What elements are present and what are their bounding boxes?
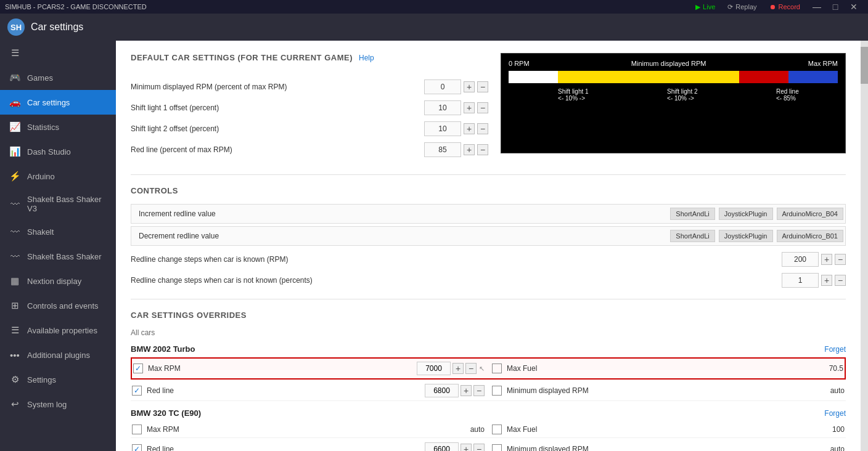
sidebar-label-statistics: Statistics <box>27 123 59 132</box>
bmw320-redline-increment[interactable]: + <box>461 444 472 451</box>
min-rpm-input[interactable]: 0 <box>424 79 461 94</box>
sidebar-item-car-settings[interactable]: 🚗 Car settings <box>0 90 116 115</box>
redline-input[interactable]: 85 <box>424 142 461 157</box>
forget-bmw320[interactable]: Forget <box>824 409 846 418</box>
bmw2002-maxrpm-increment[interactable]: + <box>452 363 464 374</box>
sidebar-item-system-log[interactable]: ↩ System log <box>0 392 116 416</box>
steps-unknown-decrement[interactable]: − <box>835 275 846 286</box>
field-steps-known-label: Redline change steps when car is known (… <box>131 255 782 264</box>
rpm-label-0: 0 RPM <box>509 60 530 67</box>
shift1-decrement[interactable]: − <box>477 102 488 113</box>
steps-unknown-input[interactable]: 1 <box>782 273 819 288</box>
field-steps-unknown: Redline change steps when car is not kno… <box>131 273 846 288</box>
scrollbar[interactable] <box>861 41 868 451</box>
num-bmw2002-maxrpm[interactable]: 7000 <box>417 362 451 375</box>
value-bmw2002-maxrpm: 7000 + − <box>417 362 477 375</box>
help-link[interactable]: Help <box>359 54 374 62</box>
value-bmw2002-redline: 6800 + − <box>425 384 485 397</box>
bmw2002-redline-decrement[interactable]: − <box>473 385 485 396</box>
sidebar-label-shakelt-bass-v3: Shakelt Bass Shaker V3 <box>27 195 107 213</box>
live-button[interactable]: ▶ Live <box>690 2 720 12</box>
steps-known-decrement[interactable]: − <box>835 254 846 265</box>
available-props-icon: ☰ <box>9 324 21 336</box>
maximize-button[interactable]: □ <box>826 0 845 14</box>
shakelt-icon: 〰 <box>9 226 21 238</box>
field-steps-unknown-control: 1 + − <box>782 273 846 288</box>
sidebar-item-settings[interactable]: ⚙ Settings <box>0 367 116 392</box>
field-shift1-label: Shift light 1 offset (percent) <box>131 104 424 112</box>
checkbox-bmw320-maxfuel[interactable] <box>492 425 502 434</box>
sidebar-item-nextion[interactable]: ▦ Nextion display <box>0 269 116 293</box>
forget-bmw2002[interactable]: Forget <box>824 345 846 354</box>
shift2-increment[interactable]: + <box>464 123 475 134</box>
field-steps-known: Redline change steps when car is known (… <box>131 252 846 267</box>
steps-known-increment[interactable]: + <box>821 254 832 265</box>
scrollbar-thumb[interactable] <box>861 47 868 84</box>
checkbox-bmw2002-maxrpm[interactable] <box>133 364 143 373</box>
checkbox-bmw320-redline[interactable] <box>132 444 142 451</box>
override-row-bmw320-maxrpm: Max RPM auto Max Fuel 100 <box>131 421 846 438</box>
override-row-bmw320-redline: Red line 6600 + − Minimum displayed RPM … <box>131 439 846 451</box>
sidebar-item-additional-plugins[interactable]: ••• Additional plugins <box>0 343 116 367</box>
sidebar-item-hamburger[interactable]: ☰ <box>0 41 116 65</box>
redline-decrement[interactable]: − <box>477 144 488 155</box>
control-label-increment: Increment redline value <box>131 205 668 223</box>
sidebar-item-arduino[interactable]: ⚡ Arduino <box>0 164 116 189</box>
minimize-button[interactable]: — <box>808 0 826 14</box>
sidebar-item-statistics[interactable]: 📈 Statistics <box>0 115 116 139</box>
checkbox-bmw2002-minrpm[interactable] <box>492 386 502 396</box>
rpm-bar-yellow <box>558 71 739 83</box>
bmw2002-maxrpm-decrement[interactable]: − <box>465 363 477 374</box>
sidebar-item-controls-events[interactable]: ⊞ Controls and events <box>0 293 116 318</box>
record-button[interactable]: ⏺ Record <box>764 2 805 12</box>
close-button[interactable]: ✕ <box>845 0 863 14</box>
override-left-bmw320-maxrpm: Max RPM auto <box>132 425 485 434</box>
replay-button[interactable]: ⟳ Replay <box>723 2 761 12</box>
shift2-input[interactable]: 10 <box>424 121 461 136</box>
sidebar-item-shakelt-bass-v3[interactable]: 〰 Shakelt Bass Shaker V3 <box>0 189 116 219</box>
checkbox-bmw2002-redline[interactable] <box>132 386 142 396</box>
field-min-rpm-control: 0 + − <box>424 79 488 94</box>
checkbox-bmw320-minrpm[interactable] <box>492 444 502 451</box>
page-title: Car settings <box>31 22 83 33</box>
sidebar-item-available-props[interactable]: ☰ Available properties <box>0 318 116 343</box>
redline-increment[interactable]: + <box>464 144 475 155</box>
control-tag-increment-1: JoystickPlugin <box>719 208 773 220</box>
sidebar-label-system-log: System log <box>27 400 67 409</box>
all-cars-label: All cars <box>131 328 846 337</box>
sidebar-item-games[interactable]: 🎮 Games <box>0 65 116 90</box>
sidebar-label-car-settings: Car settings <box>27 98 70 107</box>
control-tag-decrement-0: ShortAndLi <box>670 230 714 242</box>
live-icon: ▶ <box>695 3 700 11</box>
checkbox-bmw2002-maxfuel[interactable] <box>492 364 502 373</box>
sidebar-item-shakelt-bass[interactable]: 〰 Shakelt Bass Shaker <box>0 244 116 269</box>
shift1-increment[interactable]: + <box>464 102 475 113</box>
additional-plugins-icon: ••• <box>9 349 21 361</box>
bmw320-redline-decrement[interactable]: − <box>473 444 485 451</box>
steps-unknown-increment[interactable]: + <box>821 275 832 286</box>
num-bmw2002-redline[interactable]: 6800 <box>425 384 459 397</box>
min-rpm-decrement[interactable]: − <box>477 81 488 92</box>
app-bar: SH Car settings <box>0 14 868 41</box>
sidebar-label-dash-studio: Dash Studio <box>27 147 71 156</box>
hamburger-icon: ☰ <box>9 47 21 59</box>
field-shift1-control: 10 + − <box>424 100 488 115</box>
content-area: DEFAULT CAR SETTINGS (FOR THE CURRENT GA… <box>116 41 861 451</box>
car-name-bmw2002: BMW 2002 Turbo <box>131 344 195 354</box>
label-bmw2002-maxrpm: Max RPM <box>148 364 417 373</box>
checkbox-bmw320-maxrpm[interactable] <box>132 425 142 434</box>
rpm-shift1-label: Shift light 1 <box>558 88 667 95</box>
shift1-input[interactable]: 10 <box>424 100 461 115</box>
field-redline: Red line (percent of max RPM) 85 + − <box>131 142 488 157</box>
bmw2002-redline-increment[interactable]: + <box>461 385 472 396</box>
system-log-icon: ↩ <box>9 398 21 410</box>
steps-known-input[interactable]: 200 <box>782 252 819 267</box>
control-tag-decrement-2: ArduinoMicro_B01 <box>777 230 844 242</box>
num-bmw320-redline[interactable]: 6600 <box>425 442 459 451</box>
shift2-decrement[interactable]: − <box>477 123 488 134</box>
min-rpm-increment[interactable]: + <box>464 81 475 92</box>
car-section-bmw320: BMW 320 TC (E90) Forget <box>131 408 846 418</box>
sidebar-item-dash-studio[interactable]: 📊 Dash Studio <box>0 139 116 164</box>
control-row-decrement: Decrement redline value ShortAndLi Joyst… <box>131 226 846 246</box>
sidebar-item-shakelt[interactable]: 〰 Shakelt <box>0 219 116 244</box>
